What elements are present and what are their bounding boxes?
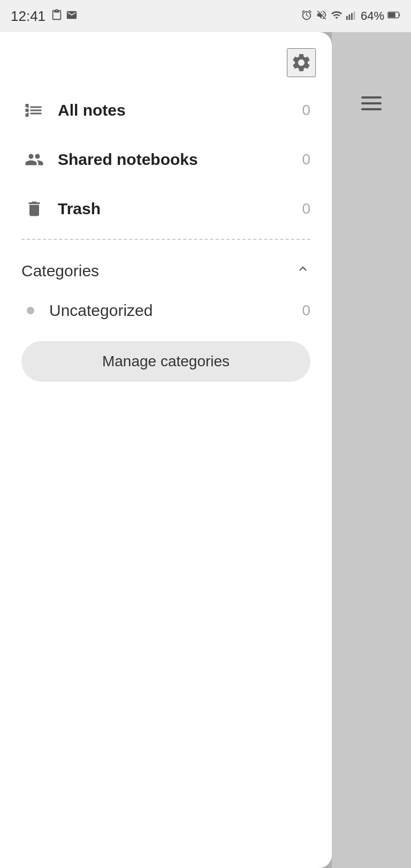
svg-rect-6 [389, 12, 395, 17]
uncategorized-label: Uncategorized [49, 301, 302, 320]
battery-percent: 64% [361, 9, 384, 23]
svg-rect-2 [351, 13, 353, 20]
hamburger-line-1 [361, 96, 382, 99]
status-icons-right: 64% [301, 9, 400, 24]
mail-icon [66, 9, 78, 24]
nav-item-trash[interactable]: Trash 0 [0, 184, 332, 233]
notes-icon [21, 97, 47, 123]
trash-count: 0 [302, 200, 310, 217]
category-dot [27, 307, 34, 314]
battery-icon [387, 9, 400, 24]
shared-notebooks-icon [21, 147, 47, 172]
manage-categories-button[interactable]: Manage categories [21, 341, 310, 382]
svg-rect-5 [399, 13, 400, 17]
categories-section: Categories Uncategorized 0 Manage catego… [0, 245, 332, 382]
alarm-icon [301, 9, 313, 24]
hamburger-icon[interactable] [361, 96, 382, 110]
hamburger-line-3 [361, 108, 382, 110]
trash-label: Trash [58, 200, 302, 218]
category-item-uncategorized[interactable]: Uncategorized 0 [21, 291, 310, 330]
nav-item-shared-notebooks[interactable]: Shared notebooks 0 [0, 135, 332, 184]
shared-notebooks-count: 0 [302, 151, 310, 168]
main-panel: All notes 0 Shared notebooks 0 Trash 0 [0, 32, 332, 868]
svg-rect-0 [346, 16, 348, 19]
trash-icon [21, 196, 47, 222]
uncategorized-count: 0 [302, 302, 310, 319]
section-divider [21, 239, 310, 240]
status-bar: 12:41 64% [0, 0, 411, 32]
side-strip [332, 32, 411, 868]
hamburger-line-2 [361, 102, 382, 104]
svg-rect-9 [26, 114, 29, 117]
gear-icon [291, 52, 312, 73]
svg-rect-3 [354, 11, 355, 20]
shared-notebooks-label: Shared notebooks [58, 150, 302, 169]
clipboard-icon [51, 9, 63, 24]
signal-icon [346, 9, 357, 24]
status-time: 12:41 [11, 8, 45, 25]
nav-list: All notes 0 Shared notebooks 0 Trash 0 [0, 75, 332, 403]
manage-categories-label: Manage categories [102, 353, 230, 370]
svg-rect-1 [348, 14, 350, 20]
categories-title: Categories [21, 262, 99, 280]
wifi-icon [331, 9, 342, 24]
status-icons-left [51, 9, 78, 24]
all-notes-label: All notes [58, 101, 302, 119]
nav-item-all-notes[interactable]: All notes 0 [0, 86, 332, 135]
settings-button[interactable] [287, 48, 316, 77]
all-notes-count: 0 [302, 102, 310, 119]
categories-header[interactable]: Categories [21, 251, 310, 291]
svg-rect-7 [26, 104, 29, 107]
chevron-up-icon [295, 261, 310, 280]
svg-rect-8 [26, 109, 29, 112]
mute-icon [316, 9, 328, 24]
